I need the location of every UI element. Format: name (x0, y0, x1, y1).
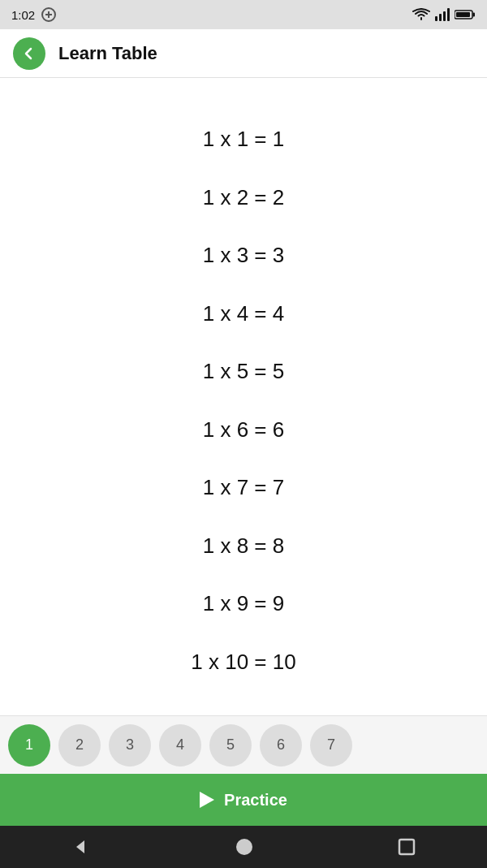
status-time: 1:02 (11, 8, 35, 22)
practice-label: Practice (224, 791, 287, 810)
svg-rect-7 (473, 13, 476, 17)
battery-icon (455, 9, 476, 20)
equation-row: 1 x 5 = 5 (203, 359, 284, 384)
play-icon (200, 792, 214, 808)
svg-marker-9 (76, 840, 84, 853)
equation-row: 1 x 7 = 7 (203, 475, 284, 500)
svg-rect-11 (399, 840, 414, 854)
nav-back-button[interactable] (71, 837, 91, 857)
back-button[interactable] (13, 37, 45, 70)
number-tabs: 1234567 (0, 715, 487, 774)
page-title: Learn Table (58, 43, 157, 64)
wifi-icon (412, 8, 430, 21)
svg-rect-3 (439, 14, 442, 21)
equation-row: 1 x 10 = 10 (191, 650, 295, 675)
number-tab-3[interactable]: 3 (109, 724, 151, 767)
equation-row: 1 x 3 = 3 (203, 243, 284, 268)
svg-rect-8 (456, 12, 470, 17)
equation-row: 1 x 4 = 4 (203, 301, 284, 326)
status-bar-left: 1:02 (11, 7, 56, 22)
nav-home-button[interactable] (235, 837, 254, 857)
equation-row: 1 x 9 = 9 (203, 591, 284, 616)
number-tab-5[interactable]: 5 (209, 724, 252, 767)
svg-rect-4 (443, 11, 446, 21)
equations-list: 1 x 1 = 11 x 2 = 21 x 3 = 31 x 4 = 41 x … (0, 78, 487, 715)
number-tab-1[interactable]: 1 (8, 724, 50, 767)
bottom-nav (0, 826, 487, 868)
svg-rect-2 (435, 16, 437, 21)
equation-row: 1 x 2 = 2 (203, 185, 284, 210)
equation-row: 1 x 8 = 8 (203, 533, 284, 559)
equation-row: 1 x 1 = 1 (203, 127, 284, 152)
practice-button[interactable]: Practice (0, 774, 487, 826)
app-bar: Learn Table (0, 29, 487, 78)
svg-rect-5 (447, 8, 450, 21)
data-icon (41, 7, 56, 22)
number-tab-4[interactable]: 4 (159, 724, 201, 767)
equation-row: 1 x 6 = 6 (203, 417, 284, 443)
nav-recents-button[interactable] (398, 838, 416, 856)
signal-icon (435, 8, 450, 21)
status-bar: 1:02 (0, 0, 487, 29)
svg-point-10 (236, 839, 252, 855)
number-tab-2[interactable]: 2 (58, 724, 101, 767)
status-bar-right (412, 8, 476, 21)
number-tab-7[interactable]: 7 (310, 724, 352, 767)
number-tab-6[interactable]: 6 (260, 724, 302, 767)
